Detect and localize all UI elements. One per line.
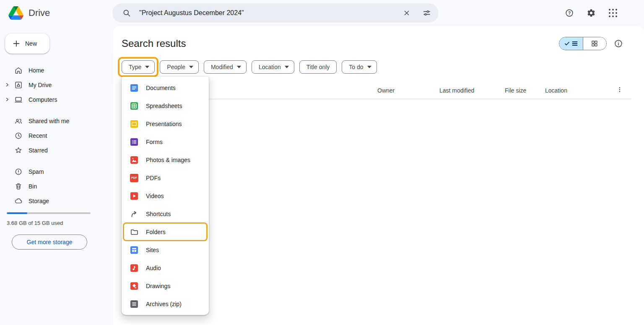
new-button-label: New: [25, 40, 37, 47]
nav-section-gap: [0, 107, 107, 113]
storage-progress-fill: [7, 212, 27, 214]
filter-chip-type[interactable]: Type: [122, 60, 155, 74]
sidebar-item-computers[interactable]: Computers: [0, 92, 102, 107]
column-header-file-size[interactable]: File size: [505, 87, 526, 94]
my-drive-icon: [14, 81, 23, 89]
videos-icon: [130, 192, 138, 200]
shortcuts-icon: [130, 210, 138, 218]
menu-item-presentations[interactable]: Presentations: [122, 115, 209, 133]
expand-chevron-icon[interactable]: [5, 83, 9, 87]
menu-item-label: Photos & images: [146, 157, 190, 163]
starred-icon: [14, 146, 23, 155]
filter-chip-label: To do: [349, 64, 363, 70]
sidebar-item-label: Shared with me: [29, 118, 69, 124]
menu-item-sites[interactable]: Sites: [122, 241, 209, 259]
app-title: Drive: [29, 8, 50, 18]
sidebar-item-my-drive[interactable]: My Drive: [0, 77, 102, 92]
grid-view-button[interactable]: [583, 37, 607, 50]
details-info-icon[interactable]: [614, 39, 623, 48]
archives-icon: [130, 300, 138, 308]
type-filter-menu: Documents Spreadsheets Presentations For…: [122, 77, 209, 315]
filter-chip-label: People: [167, 64, 185, 70]
sidebar-item-recent[interactable]: Recent: [0, 128, 102, 143]
get-more-storage-button[interactable]: Get more storage: [12, 235, 87, 250]
menu-item-spreadsheets[interactable]: Spreadsheets: [122, 97, 209, 115]
column-header-last-modified[interactable]: Last modified: [439, 87, 474, 94]
pdf-badge-text: PDF: [131, 176, 137, 179]
top-bar: Drive: [0, 0, 644, 26]
pdf-icon: PDF: [130, 174, 138, 182]
clear-search-icon[interactable]: [399, 5, 414, 21]
menu-item-drawings[interactable]: Drawings: [122, 277, 209, 295]
advanced-search-tune-icon[interactable]: [419, 5, 434, 21]
filter-chip-title-only[interactable]: Title only: [299, 60, 337, 74]
topbar-actions: ?: [562, 0, 621, 26]
menu-item-folders[interactable]: Folders: [122, 223, 209, 241]
menu-item-photos-images[interactable]: Photos & images: [122, 151, 209, 169]
sidebar-item-label: My Drive: [29, 82, 52, 88]
bin-icon: [14, 182, 23, 191]
menu-item-audio[interactable]: Audio: [122, 259, 209, 277]
drawings-icon: [130, 282, 138, 290]
search-bar: [112, 3, 439, 23]
sidebar-item-bin[interactable]: Bin: [0, 179, 102, 193]
list-view-button[interactable]: [559, 37, 583, 50]
documents-icon: [130, 84, 138, 92]
forms-icon: [130, 138, 138, 146]
column-header-owner[interactable]: Owner: [377, 87, 395, 94]
search-input[interactable]: [139, 9, 394, 17]
audio-icon: [130, 264, 138, 272]
filter-chip-to-do[interactable]: To do: [342, 60, 377, 74]
nav-section-gap: [0, 157, 107, 164]
sidebar-item-spam[interactable]: Spam: [0, 164, 102, 179]
menu-item-pdfs[interactable]: PDF PDFs: [122, 169, 209, 187]
sidebar-item-storage[interactable]: Storage: [0, 193, 102, 208]
menu-item-shortcuts[interactable]: Shortcuts: [122, 205, 209, 223]
page-title: Search results: [122, 38, 186, 49]
menu-item-label: Drawings: [146, 283, 170, 289]
sidebar-item-label: Storage: [29, 198, 49, 204]
menu-item-archives[interactable]: Archives (zip): [122, 295, 209, 313]
menu-item-label: Presentations: [146, 121, 182, 127]
spreadsheets-icon: [130, 102, 138, 110]
new-button[interactable]: New: [5, 34, 49, 54]
brand: Drive: [8, 0, 50, 26]
menu-item-label: Shortcuts: [146, 211, 171, 217]
menu-item-forms[interactable]: Forms: [122, 133, 209, 151]
sidebar: New Home My Dri: [0, 26, 107, 325]
sidebar-item-starred[interactable]: Starred: [0, 143, 102, 157]
apps-grid-icon[interactable]: [605, 5, 621, 21]
sidebar-item-label: Bin: [29, 183, 37, 190]
chevron-down-icon: [285, 66, 289, 68]
filter-chip-people[interactable]: People: [160, 60, 199, 74]
sidebar-item-shared-with-me[interactable]: Shared with me: [0, 113, 102, 128]
column-header-location[interactable]: Location: [545, 87, 567, 94]
storage-usage-text: 3.68 GB of 15 GB used: [7, 220, 107, 226]
plus-icon: [12, 39, 21, 48]
grid-icon: [591, 40, 598, 47]
menu-item-videos[interactable]: Videos: [122, 187, 209, 205]
sidebar-item-home[interactable]: Home: [0, 63, 102, 77]
computers-icon: [14, 95, 23, 104]
menu-item-label: Folders: [146, 229, 166, 235]
settings-gear-icon[interactable]: [584, 5, 599, 21]
menu-item-label: PDFs: [146, 175, 161, 181]
spam-icon: [14, 168, 23, 176]
menu-item-documents[interactable]: Documents: [122, 79, 209, 97]
menu-item-label: Archives (zip): [146, 301, 182, 307]
check-icon: [564, 41, 570, 46]
expand-chevron-icon[interactable]: [5, 98, 9, 101]
filter-chip-location[interactable]: Location: [252, 60, 294, 74]
sidebar-item-label: Recent: [29, 132, 47, 139]
main-content: Search results: [113, 26, 644, 325]
storage-cloud-icon: [14, 197, 23, 205]
chevron-down-icon: [367, 66, 371, 68]
more-options-icon[interactable]: [616, 86, 623, 93]
help-icon[interactable]: ?: [562, 5, 577, 21]
filter-chip-modified[interactable]: Modified: [204, 60, 247, 74]
menu-item-label: Forms: [146, 139, 163, 145]
filter-chip-label: Location: [259, 64, 281, 70]
recent-icon: [14, 132, 23, 140]
folders-icon: [130, 228, 138, 236]
search-icon[interactable]: [119, 5, 134, 21]
